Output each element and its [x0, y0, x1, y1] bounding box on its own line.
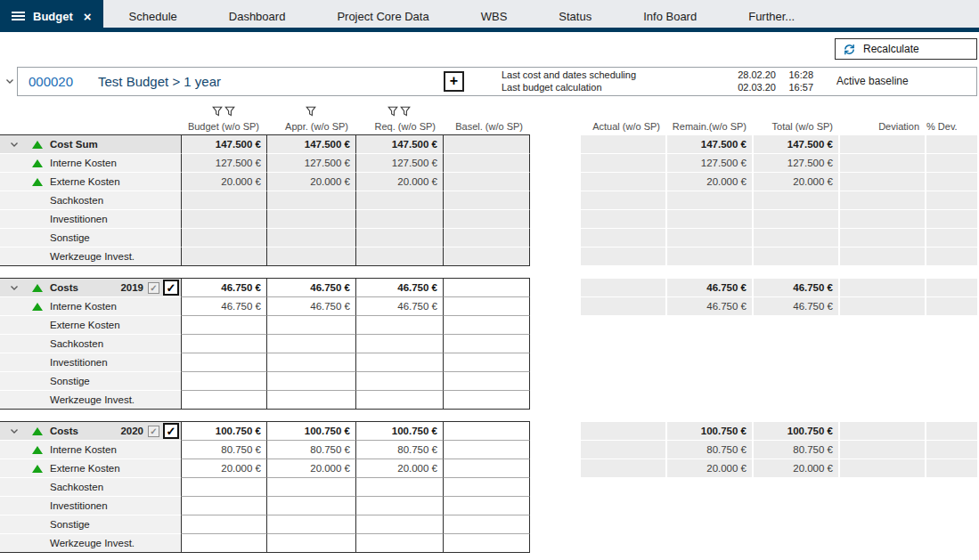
year-checkbox[interactable]: ✓	[163, 423, 179, 439]
column-header[interactable]: Appr. (w/o SP)	[266, 118, 355, 135]
row-header[interactable]: Interne Kosten	[0, 154, 181, 173]
tab-wbs[interactable]: WBS	[455, 0, 534, 32]
cell[interactable]	[181, 478, 266, 497]
cell[interactable]: 80.750 €	[355, 441, 443, 459]
row-header[interactable]: Externe Kosten	[0, 316, 181, 335]
cell[interactable]	[266, 353, 355, 372]
tab-info-board[interactable]: Info Board	[617, 0, 722, 32]
filter-icon[interactable]	[306, 106, 316, 117]
row-header[interactable]: Investitionen	[0, 210, 181, 229]
column-header[interactable]: Budget (w/o SP)	[181, 118, 266, 135]
row-header[interactable]: Sachkosten	[0, 478, 181, 497]
cell[interactable]: 80.750 €	[181, 441, 266, 459]
cell[interactable]	[181, 515, 266, 534]
column-header[interactable]: Actual (w/o SP)	[581, 118, 667, 135]
cell[interactable]	[266, 335, 355, 353]
cell[interactable]: 46.750 €	[266, 297, 355, 316]
row-header[interactable]: Externe Kosten	[0, 459, 181, 478]
column-header[interactable]: Req. (w/o SP)	[355, 118, 443, 135]
cell[interactable]	[355, 515, 443, 534]
cell[interactable]	[266, 515, 355, 534]
tab-budget[interactable]: Budget×	[0, 0, 103, 32]
cell[interactable]	[181, 497, 266, 515]
recalculate-button[interactable]: Recalculate	[835, 38, 977, 60]
cell[interactable]	[443, 478, 530, 497]
cell[interactable]	[355, 316, 443, 335]
cell[interactable]	[266, 534, 355, 553]
tab-further[interactable]: Further...	[722, 0, 820, 32]
column-header[interactable]: Remain.(w/o SP)	[667, 118, 754, 135]
cell[interactable]	[443, 391, 530, 410]
filter-icon[interactable]	[224, 106, 235, 117]
cell[interactable]: 46.750 €	[181, 279, 266, 297]
row-header[interactable]: Cost Sum	[0, 135, 181, 154]
tab-status[interactable]: Status	[533, 0, 617, 32]
row-header[interactable]: Sonstige	[0, 229, 181, 248]
column-header[interactable]: % Dev.	[926, 118, 979, 135]
year-checkbox[interactable]: ✓	[163, 280, 179, 296]
cell[interactable]	[266, 391, 355, 410]
cell[interactable]	[355, 353, 443, 372]
cell[interactable]	[355, 372, 443, 391]
column-header[interactable]: Deviation	[840, 118, 926, 135]
cell[interactable]: 80.750 €	[266, 441, 355, 459]
filter-icon[interactable]	[212, 106, 223, 117]
cell[interactable]	[443, 335, 530, 353]
cell[interactable]	[443, 497, 530, 515]
cell[interactable]: 100.750 €	[355, 422, 443, 441]
cell[interactable]	[266, 316, 355, 335]
cell[interactable]	[443, 297, 530, 316]
cell[interactable]	[443, 422, 530, 441]
row-header[interactable]: Werkzeuge Invest.	[0, 534, 181, 553]
filter-icon[interactable]	[400, 106, 411, 117]
cell[interactable]	[181, 335, 266, 353]
cell[interactable]	[266, 497, 355, 515]
cell[interactable]	[266, 478, 355, 497]
cell[interactable]	[355, 391, 443, 410]
cell[interactable]	[355, 335, 443, 353]
row-header[interactable]: Sachkosten	[0, 335, 181, 353]
cell[interactable]	[181, 534, 266, 553]
cell[interactable]	[443, 459, 530, 478]
row-header[interactable]: Sachkosten	[0, 191, 181, 210]
tab-project-core-data[interactable]: Project Core Data	[311, 0, 454, 32]
cell[interactable]	[443, 372, 530, 391]
cell[interactable]	[181, 391, 266, 410]
cell[interactable]	[355, 534, 443, 553]
row-header[interactable]: Externe Kosten	[0, 173, 181, 191]
row-header[interactable]: Sonstige	[0, 515, 181, 534]
expand-chevron-icon[interactable]	[10, 285, 19, 291]
project-expand-chevron-icon[interactable]	[2, 78, 17, 85]
row-header[interactable]: Werkzeuge Invest.	[0, 248, 181, 266]
row-header[interactable]: Costs2019✓✓	[0, 279, 181, 297]
menu-icon[interactable]	[12, 12, 25, 20]
cell[interactable]: 46.750 €	[266, 279, 355, 297]
cell[interactable]: 20.000 €	[266, 459, 355, 478]
cell[interactable]: 46.750 €	[181, 297, 266, 316]
cell[interactable]: 100.750 €	[181, 422, 266, 441]
row-header[interactable]: Interne Kosten	[0, 297, 181, 316]
row-header[interactable]: Costs2020✓✓	[0, 422, 181, 441]
cell[interactable]	[181, 316, 266, 335]
cell[interactable]	[266, 372, 355, 391]
cell[interactable]: 20.000 €	[355, 459, 443, 478]
cell[interactable]	[443, 316, 530, 335]
expand-chevron-icon[interactable]	[10, 428, 19, 434]
filter-icon[interactable]	[388, 106, 398, 117]
cell[interactable]: 20.000 €	[181, 459, 266, 478]
column-header[interactable]: Basel. (w/o SP)	[443, 118, 530, 135]
cell[interactable]: 100.750 €	[266, 422, 355, 441]
row-header[interactable]: Investitionen	[0, 353, 181, 372]
cell[interactable]	[355, 478, 443, 497]
row-header[interactable]: Sonstige	[0, 372, 181, 391]
row-header[interactable]: Werkzeuge Invest.	[0, 391, 181, 410]
expand-chevron-icon[interactable]	[10, 142, 19, 148]
cell[interactable]	[443, 353, 530, 372]
add-button[interactable]: +	[444, 71, 464, 92]
cell[interactable]	[443, 441, 530, 459]
column-header[interactable]: Total (w/o SP)	[754, 118, 840, 135]
tab-dashboard[interactable]: Dashboard	[203, 0, 312, 32]
cell[interactable]	[355, 497, 443, 515]
cell[interactable]	[443, 534, 530, 553]
cell[interactable]	[181, 353, 266, 372]
